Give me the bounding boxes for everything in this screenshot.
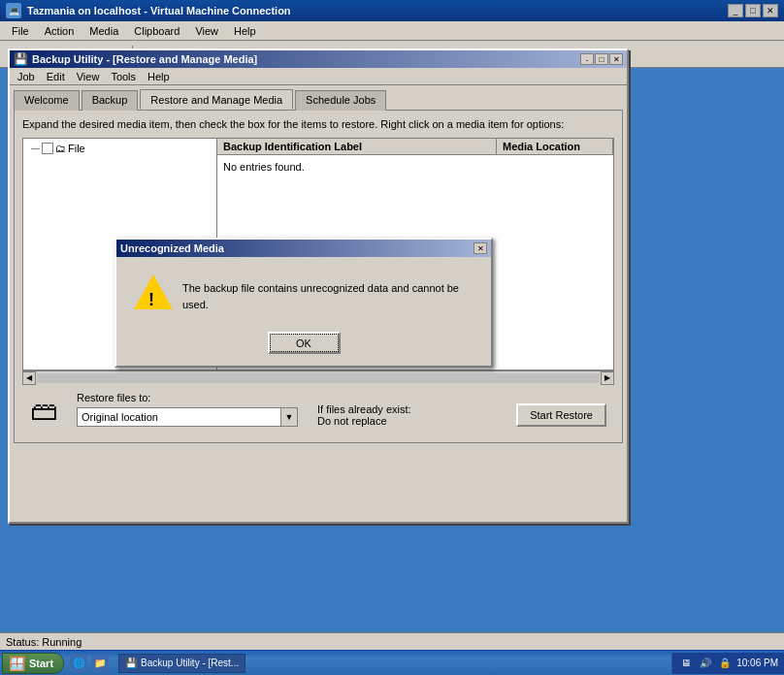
- taskbar-ie-icon[interactable]: 🌐: [70, 655, 87, 672]
- ok-button[interactable]: OK: [268, 332, 341, 354]
- taskbar-quick-icons: 🌐 📁: [70, 655, 109, 672]
- taskbar-folder-icon[interactable]: 📁: [91, 655, 109, 672]
- tray-network-icon[interactable]: 🖥: [678, 656, 694, 671]
- vm-titlebar: 💻 Tazmania on localhost - Virtual Machin…: [0, 0, 784, 21]
- start-icon: 🪟: [9, 656, 25, 671]
- start-button[interactable]: 🪟 Start: [2, 653, 64, 674]
- taskbar-tray: 🖥 🔊 🔒 10:06 PM: [671, 653, 784, 674]
- app-area: 💾 Backup Utility - [Restore and Manage M…: [8, 48, 629, 524]
- vm-menu-help[interactable]: Help: [226, 23, 264, 39]
- vm-menu-view[interactable]: View: [187, 23, 226, 39]
- status-text: Status: Running: [6, 636, 82, 648]
- dialog-title: Unrecognized Media: [120, 242, 224, 254]
- taskbar-backup-utility[interactable]: 💾 Backup Utility - [Rest...: [118, 654, 245, 673]
- vm-window-icon: 💻: [6, 3, 21, 18]
- vm-menu-action[interactable]: Action: [37, 23, 82, 39]
- vm-close-btn[interactable]: ✕: [763, 4, 778, 17]
- vm-menubar: File Action Media Clipboard View Help: [0, 21, 784, 41]
- unrecognized-media-dialog: Unrecognized Media ✕ The backup file con…: [114, 238, 493, 368]
- taskbar-items: 💾 Backup Utility - [Rest...: [118, 654, 671, 673]
- vm-titlebar-controls: _ □ ✕: [728, 4, 778, 17]
- taskbar-item-label: Backup Utility - [Rest...: [141, 658, 239, 668]
- vm-maximize-btn[interactable]: □: [745, 4, 761, 17]
- warning-icon: [132, 273, 171, 311]
- tray-lock-icon[interactable]: 🔒: [717, 656, 733, 671]
- taskbar: 🪟 Start 🌐 📁 💾 Backup Utility - [Rest... …: [0, 650, 784, 675]
- dialog-titlebar: Unrecognized Media ✕: [116, 240, 491, 257]
- dialog-buttons: OK: [116, 324, 491, 366]
- vm-menu-file[interactable]: File: [4, 23, 37, 39]
- vm-minimize-btn[interactable]: _: [728, 4, 743, 17]
- vm-menu-media[interactable]: Media: [82, 23, 126, 39]
- start-label: Start: [29, 658, 53, 669]
- status-bar: Status: Running: [0, 632, 784, 650]
- dialog-body: The backup file contains unrecognized da…: [116, 257, 491, 324]
- tray-sound-icon[interactable]: 🔊: [698, 656, 713, 671]
- vm-titlebar-left: 💻 Tazmania on localhost - Virtual Machin…: [6, 3, 291, 18]
- dialog-close-btn[interactable]: ✕: [474, 242, 487, 254]
- vm-menu-clipboard[interactable]: Clipboard: [126, 23, 187, 39]
- vm-window-title: Tazmania on localhost - Virtual Machine …: [27, 5, 291, 16]
- clock: 10:06 PM: [736, 658, 778, 668]
- taskbar-item-icon: 💾: [125, 658, 137, 668]
- warning-triangle: [134, 274, 173, 309]
- dialog-overlay: Unrecognized Media ✕ The backup file con…: [8, 48, 629, 524]
- dialog-message: The backup file contains unrecognized da…: [182, 273, 475, 312]
